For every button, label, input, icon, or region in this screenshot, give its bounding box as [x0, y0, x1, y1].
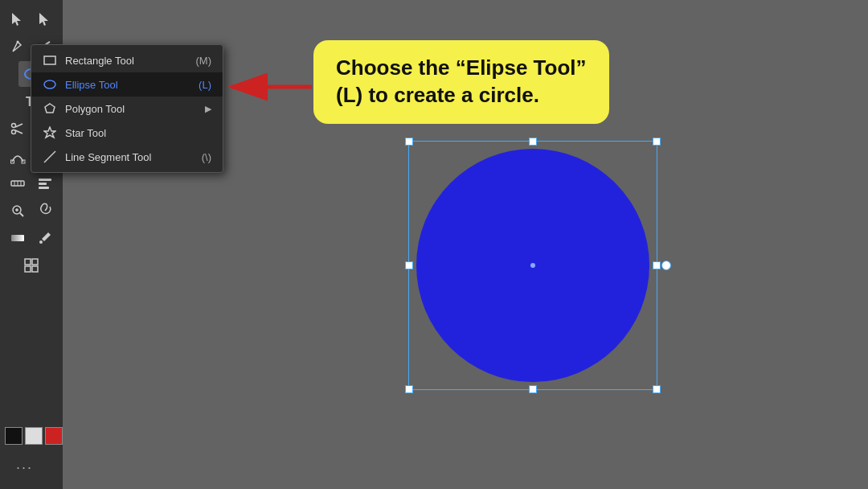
svg-rect-36 [44, 56, 55, 64]
svg-point-37 [44, 80, 55, 88]
dropper-tool[interactable] [32, 225, 58, 251]
handle-top-center[interactable] [529, 138, 537, 146]
svg-marker-39 [44, 127, 55, 138]
svg-line-8 [15, 130, 23, 134]
handle-top-right[interactable] [653, 138, 661, 146]
rotation-handle[interactable] [661, 261, 671, 270]
svg-line-7 [15, 124, 23, 127]
menu-item-ellipse-shortcut: (L) [199, 79, 211, 91]
handle-bottom-right[interactable] [653, 385, 661, 393]
menu-item-line-label: Line Segment Tool [65, 151, 151, 163]
measure-tool[interactable] [5, 171, 31, 196]
svg-point-2 [17, 41, 19, 43]
foreground-swatch[interactable] [5, 427, 23, 445]
gradient-tool[interactable] [5, 225, 31, 251]
ellipse-icon [43, 77, 57, 92]
menu-item-line[interactable]: Line Segment Tool (\) [31, 145, 223, 169]
handle-middle-left[interactable] [405, 261, 413, 269]
measure-tools-row [5, 171, 58, 196]
menu-item-line-shortcut: (\) [202, 151, 211, 163]
handle-middle-right[interactable] [653, 261, 661, 269]
svg-point-31 [39, 240, 43, 244]
more-tools-button[interactable]: ... [16, 456, 33, 473]
center-point [530, 263, 535, 268]
zoom-tools-row [5, 198, 58, 224]
svg-rect-25 [39, 187, 49, 189]
menu-item-rectangle-shortcut: (M) [196, 55, 212, 67]
menu-item-rectangle[interactable]: Rectangle Tool (M) [31, 48, 223, 72]
svg-rect-30 [11, 235, 24, 241]
menu-item-rectangle-label: Rectangle Tool [65, 55, 134, 67]
select-tool[interactable] [5, 6, 31, 32]
svg-marker-1 [39, 13, 48, 26]
submenu-arrow: ▶ [205, 104, 211, 114]
scissors-tool[interactable] [5, 116, 31, 142]
svg-rect-33 [32, 259, 38, 265]
direct-select-tool[interactable] [32, 6, 58, 32]
svg-rect-35 [32, 266, 38, 272]
svg-rect-24 [39, 183, 47, 185]
svg-rect-34 [25, 266, 31, 272]
grid-tool[interactable] [18, 253, 44, 278]
pen-tool[interactable] [5, 34, 31, 60]
handle-bottom-center[interactable] [529, 385, 537, 393]
svg-line-27 [20, 213, 23, 216]
handle-top-left[interactable] [405, 138, 413, 146]
callout-box: Choose the “Elipse Tool” (L) to create a… [313, 40, 609, 124]
menu-item-ellipse-label: Ellipse Tool [65, 79, 118, 91]
paint-tools-row [5, 225, 58, 251]
svg-point-6 [12, 130, 16, 134]
twirl-tool[interactable] [32, 198, 58, 224]
menu-item-star-label: Star Tool [65, 127, 106, 139]
callout-text: Choose the “Elipse Tool” (L) to create a… [336, 55, 587, 109]
color-swatches-area [5, 427, 63, 445]
menu-item-star[interactable]: Star Tool [31, 121, 223, 145]
align-tool[interactable] [32, 171, 58, 196]
svg-rect-32 [25, 259, 31, 265]
line-icon [43, 150, 57, 164]
rectangle-icon [43, 53, 57, 68]
svg-marker-38 [45, 104, 55, 113]
stroke-swatch[interactable] [45, 427, 63, 445]
dropdown-menu: Rectangle Tool (M) Ellipse Tool (L) Poly… [31, 44, 223, 173]
menu-item-ellipse[interactable]: Ellipse Tool (L) [31, 72, 223, 97]
circle-container [408, 141, 657, 390]
background-swatch[interactable] [25, 427, 43, 445]
handle-bottom-left[interactable] [405, 385, 413, 393]
svg-marker-0 [12, 13, 21, 26]
node-tool[interactable] [5, 143, 31, 169]
selection-box [408, 141, 657, 390]
zoom-tool[interactable] [5, 198, 31, 224]
menu-item-polygon-label: Polygon Tool [65, 103, 125, 115]
svg-rect-23 [39, 179, 51, 181]
polygon-icon [43, 101, 57, 116]
arrow-callout [223, 71, 320, 106]
svg-line-40 [44, 151, 55, 162]
select-tools-row [5, 6, 58, 32]
grid-tools-row [18, 253, 44, 278]
menu-item-polygon[interactable]: Polygon Tool ▶ [31, 97, 223, 121]
svg-point-5 [12, 124, 16, 128]
star-icon [43, 125, 57, 140]
